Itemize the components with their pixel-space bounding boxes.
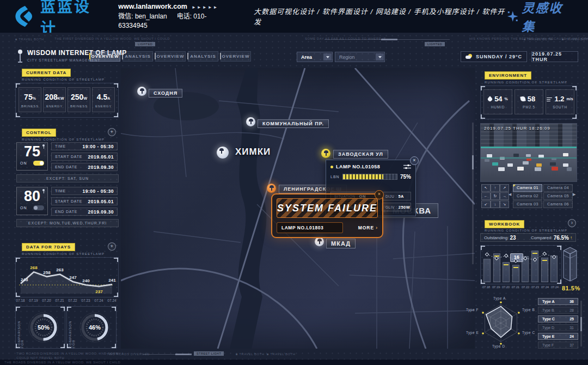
stat-label: ENERGY bbox=[44, 105, 65, 108]
stat-value: 208 bbox=[45, 93, 57, 101]
map-label[interactable]: СХОДНЯ bbox=[149, 89, 182, 98]
tab-overview-2[interactable]: OVERVIEW bbox=[155, 51, 186, 62]
map-pin-zavodskaya[interactable] bbox=[321, 149, 330, 158]
type-row-e[interactable]: Type E24 bbox=[538, 333, 578, 340]
brand-website: www.lanlanwork.com bbox=[118, 3, 187, 10]
control-add-button[interactable]: + bbox=[108, 128, 116, 136]
map-pin-mkad[interactable] bbox=[315, 237, 324, 246]
type-label: Type E bbox=[542, 334, 554, 338]
dpad-button[interactable]: ↑ bbox=[491, 184, 500, 192]
map-label[interactable]: КОММУНАЛЬНЫЙ ПР. bbox=[258, 119, 329, 128]
type-list-scrollbar[interactable] bbox=[580, 301, 582, 346]
dpad-button[interactable]: ↓ bbox=[491, 200, 500, 208]
dpad-button[interactable]: ↖ bbox=[481, 184, 491, 192]
dpad-button[interactable]: → bbox=[500, 192, 509, 200]
alert-more-button[interactable]: MORE› bbox=[346, 222, 378, 233]
lbn-progress bbox=[342, 174, 397, 180]
decor-text: THE FIRST DIVERGED IN A YELLOW WOOD, WE … bbox=[54, 37, 170, 40]
map-label[interactable]: МКАД bbox=[326, 239, 356, 248]
type-row-a[interactable]: Type A36 bbox=[538, 298, 578, 305]
dashboard: ■ TRAVEL BOTH THE FIRST DIVERGED IN A YE… bbox=[0, 33, 588, 365]
brand-contact: www.lanlanwork.com►►►►► 微信: ben_lanlan电话… bbox=[118, 2, 233, 31]
row-label: TIME bbox=[55, 189, 66, 193]
map-label[interactable]: ЗАВОДСКАЯ УЛ bbox=[333, 150, 388, 159]
area-select[interactable]: Area bbox=[297, 52, 333, 62]
type-row-d[interactable]: Type D31 bbox=[538, 324, 578, 331]
svg-text:237: 237 bbox=[95, 289, 103, 294]
svg-text:46%: 46% bbox=[89, 324, 101, 331]
type-row-b[interactable]: Type B28 bbox=[538, 307, 578, 314]
map-pin-leningradskoe[interactable] bbox=[267, 184, 276, 193]
control-toggle[interactable] bbox=[33, 161, 44, 166]
current-data-subtitle: RUNNING CONDITION OF STREETLAMP bbox=[22, 78, 105, 81]
map-pin-khimki[interactable] bbox=[217, 147, 229, 159]
decor-slider[interactable] bbox=[324, 39, 450, 40]
camera-next-arrow[interactable]: ▶ bbox=[573, 192, 575, 197]
tab-analysis-1[interactable]: ANALYSIS bbox=[122, 51, 153, 62]
streetlamp-icon bbox=[16, 49, 24, 64]
system-failure-alert: × SYSTEM FAILURE LAMP NO.L01803 MORE› bbox=[271, 193, 383, 238]
camera-button-3[interactable]: Camera 03 bbox=[513, 200, 542, 208]
status-dot bbox=[330, 166, 333, 168]
control-state-label: ON bbox=[20, 161, 27, 165]
camera-prev-arrow[interactable]: ◀ bbox=[509, 192, 511, 197]
brand-services: 大数据可视化设计 / 软件界面设计 / 网站建设 / 手机及小程序设计 / 软件… bbox=[254, 6, 507, 27]
dpad-button[interactable]: ↗ bbox=[500, 184, 509, 192]
tab-overview-1[interactable]: OVERVIEW bbox=[90, 51, 120, 62]
radar-axis-label: Type D bbox=[492, 344, 505, 348]
radar-chart: Type A Type B Type C Type D Type E Type … bbox=[466, 297, 537, 349]
type-row-c[interactable]: Type C25 bbox=[538, 315, 578, 323]
type-value: 24 bbox=[569, 334, 574, 338]
dpad-button[interactable]: ↻ bbox=[491, 192, 500, 200]
camera-button-5[interactable]: Camera 05 bbox=[543, 192, 573, 200]
control-start-row: START DATE2019.05.01 bbox=[51, 197, 118, 205]
decor-badge: LIGHTED bbox=[135, 42, 155, 46]
camera-feed[interactable]: 2019.07.25 THUR 18:26:09 bbox=[480, 123, 577, 182]
camera-button-4[interactable]: Camera 04 bbox=[543, 184, 573, 192]
tooltip-close-button[interactable]: × bbox=[410, 156, 419, 165]
city-map[interactable]: СХОДНЯ КОММУНАЛЬНЫЙ ПР. ХИМКИ ЗАВОДСКАЯ … bbox=[121, 68, 475, 349]
control-toggle[interactable] bbox=[33, 205, 44, 210]
svg-text:240: 240 bbox=[82, 278, 90, 283]
lamp-icon bbox=[42, 144, 45, 149]
control-end-row: END DATE2019.09.30 bbox=[51, 208, 118, 216]
map-label[interactable]: ХИМКИ bbox=[231, 145, 275, 159]
row-value: 2019.05.01 bbox=[88, 154, 114, 160]
region-select[interactable]: Region bbox=[335, 52, 385, 62]
row-value: 19:00 - 05:30 bbox=[82, 144, 114, 149]
compared-label: Compared: bbox=[531, 235, 553, 240]
row-value: 19:00 - 05:30 bbox=[82, 188, 114, 194]
tab-analysis-2[interactable]: ANALYSIS bbox=[188, 51, 218, 62]
caret-down-icon[interactable] bbox=[376, 53, 384, 60]
lamp-id: LAMP NO.L01058 bbox=[336, 164, 401, 169]
decor-text: THE ROADS DIVERGED IN A YELLOW WOOD, WE … bbox=[4, 361, 120, 364]
sparkle-icon bbox=[507, 10, 518, 22]
dpad-button[interactable]: ← bbox=[481, 192, 491, 200]
workbook-more-button[interactable]: › bbox=[568, 219, 576, 227]
sliders-icon[interactable] bbox=[403, 164, 411, 169]
x-tick: 07.22 bbox=[66, 299, 79, 302]
type-value: 37 bbox=[569, 343, 574, 347]
camera-button-1[interactable]: Camera 01 bbox=[513, 184, 542, 192]
camera-button-6[interactable]: Camera 06 bbox=[543, 200, 573, 208]
weather-box: SUNNDAY / 29°C bbox=[461, 51, 527, 62]
camera-timestamp: 2019.07.25 THUR 18:26:09 bbox=[484, 126, 550, 131]
comparison-gauge-2: COMPARISON FOR 46% bbox=[66, 306, 117, 349]
lbn-value: 75% bbox=[400, 174, 411, 180]
map-pin-kommunalny[interactable] bbox=[246, 117, 255, 126]
camera-button-2[interactable]: Camera 02 bbox=[513, 192, 542, 200]
week-chart-add-button[interactable]: + bbox=[108, 242, 116, 251]
map-pin-skhodnya[interactable] bbox=[137, 87, 146, 96]
map-scrollbar[interactable] bbox=[472, 123, 474, 264]
x-tick: 07.20 bbox=[501, 285, 511, 289]
caret-down-icon[interactable] bbox=[323, 53, 332, 60]
control-end-row: END DATE2019.09.30 bbox=[51, 163, 118, 171]
weather-text: SUNNDAY / 29°C bbox=[476, 54, 522, 59]
type-row-f[interactable]: Type F37 bbox=[538, 342, 578, 349]
control-brightness-box: 75 ON bbox=[16, 142, 48, 171]
dpad-button[interactable]: ↙ bbox=[481, 200, 491, 208]
cube-value: 81.5% bbox=[562, 285, 580, 291]
control-brightness-box: 80 ON bbox=[16, 187, 48, 215]
dpad-button[interactable]: ↘ bbox=[500, 200, 509, 208]
tab-overview-3[interactable]: OVERVIEW bbox=[220, 51, 251, 62]
